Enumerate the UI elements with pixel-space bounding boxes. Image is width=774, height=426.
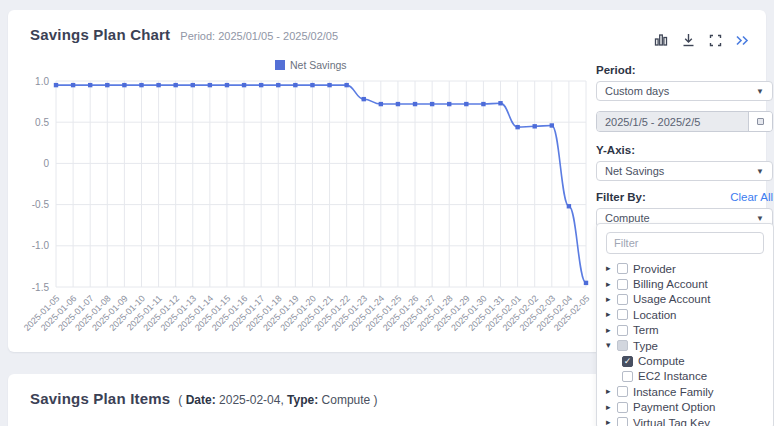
data-point-marker[interactable]: [362, 97, 366, 101]
net-savings-series-line[interactable]: [56, 85, 586, 283]
data-point-marker[interactable]: [498, 101, 502, 105]
tree-item-virtual-tag-key[interactable]: ▸Virtual Tag Key: [606, 415, 764, 426]
data-point-marker[interactable]: [584, 281, 588, 285]
chevron-expanded-icon[interactable]: ▾: [606, 341, 617, 350]
data-point-marker[interactable]: [515, 125, 519, 129]
savings-plan-chart-card: Savings Plan Chart Period: 2025/01/05 - …: [8, 10, 766, 352]
clear-all-link[interactable]: Clear All: [730, 191, 773, 203]
checkbox-unchecked[interactable]: [617, 294, 628, 305]
data-point-marker[interactable]: [481, 102, 485, 106]
tree-item-label: Payment Option: [633, 401, 715, 413]
filter-by-row: Filter By: Clear All: [596, 191, 773, 203]
chart-card-header: Savings Plan Chart Period: 2025/01/05 - …: [30, 26, 338, 43]
yaxis-label: Y-Axis:: [596, 144, 773, 156]
y-tick-label: 1.0: [35, 76, 49, 87]
data-point-marker[interactable]: [396, 102, 400, 106]
chevron-down-icon: ▼: [756, 214, 764, 223]
checkbox-unchecked[interactable]: [622, 371, 633, 382]
data-point-marker[interactable]: [447, 102, 451, 106]
data-point-marker[interactable]: [430, 102, 434, 106]
data-point-marker[interactable]: [139, 83, 143, 87]
calendar-button[interactable]: [748, 112, 772, 131]
tree-item-payment-option[interactable]: ▸Payment Option: [606, 400, 764, 415]
page-title: Savings Plan Chart: [30, 26, 170, 43]
data-point-marker[interactable]: [225, 83, 229, 87]
chevron-collapsed-icon[interactable]: ▸: [606, 326, 617, 335]
tree-item-term[interactable]: ▸Term: [606, 323, 764, 338]
tree-item-ec2-instance[interactable]: EC2 Instance: [606, 369, 764, 384]
chevron-collapsed-icon[interactable]: ▸: [606, 264, 617, 273]
checkbox-unchecked[interactable]: [617, 309, 628, 320]
y-tick-label: -0.5: [32, 199, 50, 210]
checkbox-indeterminate[interactable]: [617, 340, 628, 351]
data-point-marker[interactable]: [105, 83, 109, 87]
y-tick-label: -1.0: [32, 240, 50, 251]
checkbox-unchecked[interactable]: [617, 386, 628, 397]
tree-item-billing-account[interactable]: ▸Billing Account: [606, 276, 764, 291]
data-point-marker[interactable]: [156, 83, 160, 87]
chevron-collapsed-icon[interactable]: ▸: [606, 280, 617, 289]
download-icon[interactable]: [680, 32, 696, 48]
chevron-down-icon: ▼: [756, 87, 764, 96]
tree-item-label: Term: [633, 324, 659, 336]
chevron-collapsed-icon[interactable]: ▸: [606, 310, 617, 319]
checkbox-checked[interactable]: ✓: [622, 356, 633, 367]
tree-item-label: Virtual Tag Key: [633, 417, 710, 426]
checkbox-unchecked[interactable]: [617, 263, 628, 274]
y-tick-label: 0.5: [35, 117, 49, 128]
tree-item-label: Billing Account: [633, 278, 708, 290]
chevron-collapsed-icon[interactable]: ▸: [606, 387, 617, 396]
period-select[interactable]: Custom days ▼: [596, 81, 773, 101]
yaxis-select-value: Net Savings: [605, 165, 664, 177]
data-point-marker[interactable]: [310, 83, 314, 87]
tree-item-location[interactable]: ▸Location: [606, 307, 764, 322]
checkbox-unchecked[interactable]: [617, 417, 628, 426]
data-point-marker[interactable]: [71, 83, 75, 87]
page: Savings Plan Chart Period: 2025/01/05 - …: [0, 0, 774, 426]
data-point-marker[interactable]: [344, 83, 348, 87]
tree-item-compute[interactable]: ✓Compute: [606, 353, 764, 368]
chevron-collapsed-icon[interactable]: ▸: [606, 418, 617, 426]
data-point-marker[interactable]: [191, 83, 195, 87]
tree-item-provider[interactable]: ▸Provider: [606, 261, 764, 276]
yaxis-select[interactable]: Net Savings ▼: [596, 161, 773, 181]
filter-by-label: Filter By:: [596, 191, 646, 203]
checkbox-unchecked[interactable]: [617, 325, 628, 336]
data-point-marker[interactable]: [327, 83, 331, 87]
legend-label[interactable]: Net Savings: [290, 59, 347, 71]
chevron-collapsed-icon[interactable]: ▸: [606, 403, 617, 412]
data-point-marker[interactable]: [464, 102, 468, 106]
data-point-marker[interactable]: [379, 102, 383, 106]
data-point-marker[interactable]: [533, 124, 537, 128]
y-tick-label: 0: [43, 158, 49, 169]
filter-search-input[interactable]: [606, 232, 764, 254]
bar-chart-icon[interactable]: [653, 32, 669, 48]
data-point-marker[interactable]: [293, 83, 297, 87]
data-point-marker[interactable]: [259, 83, 263, 87]
legend-swatch[interactable]: [275, 60, 285, 70]
date-range-input[interactable]: 2025/1/5 - 2025/2/5: [596, 111, 773, 132]
tree-item-instance-family[interactable]: ▸Instance Family: [606, 384, 764, 399]
data-point-marker[interactable]: [567, 204, 571, 208]
data-point-marker[interactable]: [88, 83, 92, 87]
chevron-collapsed-icon[interactable]: ▸: [606, 295, 617, 304]
net-savings-line-chart[interactable]: 1.00.50-0.5-1.0-1.52025-01-052025-01-062…: [18, 54, 598, 354]
collapse-panel-icon[interactable]: [734, 32, 750, 48]
data-point-marker[interactable]: [413, 102, 417, 106]
items-date-value: 2025-02-04,: [219, 393, 284, 407]
data-point-marker[interactable]: [122, 83, 126, 87]
fullscreen-icon[interactable]: [707, 32, 723, 48]
data-point-marker[interactable]: [276, 83, 280, 87]
chart-options-sidebar: Period: Custom days ▼ 2025/1/5 - 2025/2/…: [596, 64, 773, 238]
calendar-icon: [757, 118, 764, 125]
data-point-marker[interactable]: [242, 83, 246, 87]
tree-item-type[interactable]: ▾Type: [606, 338, 764, 353]
data-point-marker[interactable]: [208, 83, 212, 87]
checkbox-unchecked[interactable]: [617, 402, 628, 413]
tree-item-usage-account[interactable]: ▸Usage Account: [606, 292, 764, 307]
data-point-marker[interactable]: [54, 83, 58, 87]
data-point-marker[interactable]: [550, 123, 554, 127]
data-point-marker[interactable]: [173, 83, 177, 87]
checkbox-unchecked[interactable]: [617, 279, 628, 290]
chart-toolbar: [653, 32, 750, 48]
